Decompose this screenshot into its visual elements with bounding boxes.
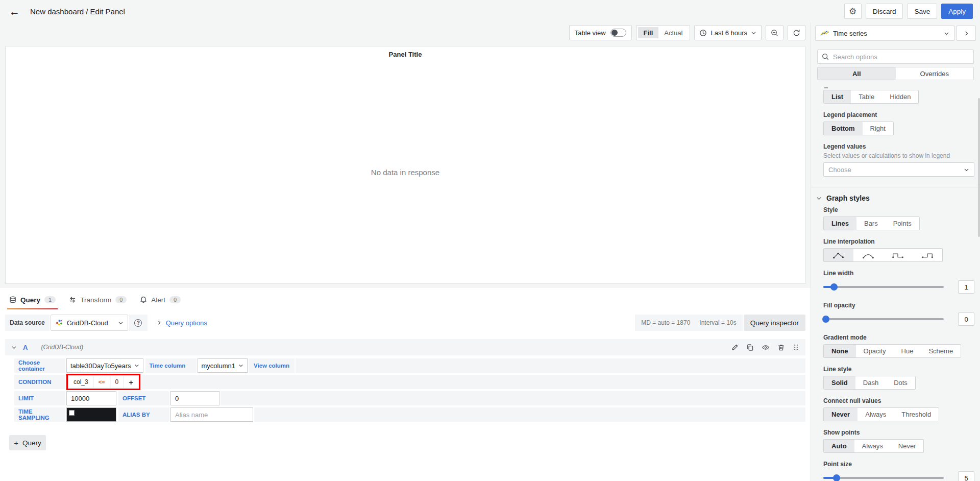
connect-null-group: Never Always Threshold bbox=[823, 407, 939, 421]
slider-thumb[interactable] bbox=[830, 283, 838, 291]
interpolation-step-before-icon[interactable] bbox=[883, 249, 913, 261]
time-sampling-checkbox[interactable] bbox=[69, 410, 75, 416]
point-size-value[interactable]: 5 bbox=[958, 471, 974, 481]
offset-label: OFFSET bbox=[118, 391, 169, 405]
page-header: ← New dashboard / Edit Panel ⚙ Discard S… bbox=[0, 0, 980, 22]
slider-thumb[interactable] bbox=[822, 316, 829, 323]
graph-styles-options: Style Lines Bars Points Line interpolati… bbox=[815, 202, 976, 481]
legend-mode-list[interactable]: List bbox=[824, 90, 851, 103]
line-interpolation-group bbox=[823, 248, 943, 262]
style-bars[interactable]: Bars bbox=[856, 217, 886, 230]
line-width-value[interactable]: 1 bbox=[958, 280, 974, 294]
legend-mode-table[interactable]: Table bbox=[851, 90, 882, 103]
style-points[interactable]: Points bbox=[886, 217, 919, 230]
line-style-dash[interactable]: Dash bbox=[855, 376, 886, 389]
back-arrow-icon[interactable]: ← bbox=[9, 6, 20, 17]
query-row-a: A (GridDB-Cloud) bbox=[5, 339, 805, 422]
zoom-out-button[interactable] bbox=[766, 25, 783, 40]
query-inspector-button[interactable]: Query inspector bbox=[744, 315, 805, 331]
duplicate-copy-icon[interactable] bbox=[746, 344, 754, 351]
page-title: New dashboard / Edit Panel bbox=[30, 7, 125, 16]
sidebar-scrollbar[interactable] bbox=[978, 98, 980, 237]
add-query-button[interactable]: + Query bbox=[9, 435, 46, 450]
condition-value-input[interactable]: 0 bbox=[111, 376, 124, 388]
apply-button[interactable]: Apply bbox=[941, 4, 973, 19]
line-style-dots[interactable]: Dots bbox=[886, 376, 915, 389]
show-points-never[interactable]: Never bbox=[891, 440, 924, 452]
chevron-down-icon[interactable] bbox=[11, 345, 17, 350]
discard-button[interactable]: Discard bbox=[866, 4, 903, 19]
gradient-none[interactable]: None bbox=[824, 345, 856, 357]
fill-opacity-slider[interactable] bbox=[823, 318, 944, 320]
point-size-slider[interactable] bbox=[823, 477, 944, 479]
container-dropdown[interactable]: table30DayTo5years bbox=[66, 358, 143, 373]
sampling-alias-row: TIME SAMPLING ALIAS BY bbox=[14, 407, 805, 422]
alias-input[interactable] bbox=[170, 407, 253, 422]
slider-thumb[interactable] bbox=[833, 474, 840, 481]
tab-alert[interactable]: Alert 0 bbox=[140, 292, 181, 307]
tab-overrides[interactable]: Overrides bbox=[896, 67, 974, 80]
tab-query[interactable]: Query 1 bbox=[9, 292, 56, 307]
chevron-down-icon bbox=[944, 31, 949, 36]
connect-null-threshold[interactable]: Threshold bbox=[894, 408, 939, 421]
time-range-picker[interactable]: Last 6 hours bbox=[694, 25, 762, 40]
viz-type-value: Time series bbox=[833, 30, 940, 37]
table-view-group: Table view bbox=[569, 25, 632, 40]
interpolation-step-after-icon[interactable] bbox=[913, 249, 942, 261]
datasource-picker[interactable]: GridDB-Cloud bbox=[51, 315, 128, 331]
show-points-auto[interactable]: Auto bbox=[824, 440, 854, 452]
refresh-button[interactable] bbox=[788, 25, 805, 40]
save-button[interactable]: Save bbox=[907, 4, 937, 19]
edit-pencil-icon[interactable] bbox=[731, 344, 739, 351]
time-column-value: mycolumn1 bbox=[202, 362, 235, 370]
table-view-toggle[interactable] bbox=[610, 29, 626, 37]
drag-handle-icon[interactable] bbox=[793, 344, 799, 351]
view-column-link[interactable]: View column bbox=[249, 358, 295, 373]
connect-null-never[interactable]: Never bbox=[824, 408, 857, 421]
collapse-sidebar-button[interactable] bbox=[957, 26, 976, 41]
chevron-down-icon bbox=[238, 363, 243, 368]
viz-toolbar: Table view Fill Actual Last 6 hours bbox=[0, 22, 811, 43]
gradient-hue[interactable]: Hue bbox=[894, 345, 921, 357]
limit-input[interactable] bbox=[66, 391, 116, 405]
eye-icon[interactable] bbox=[762, 344, 770, 351]
legend-mode-hidden[interactable]: Hidden bbox=[882, 90, 918, 103]
gradient-scheme[interactable]: Scheme bbox=[921, 345, 961, 357]
query-a-header[interactable]: A (GridDB-Cloud) bbox=[5, 339, 805, 355]
connect-null-always[interactable]: Always bbox=[857, 408, 894, 421]
fill-opacity-value[interactable]: 0 bbox=[958, 312, 974, 326]
interpolation-smooth-icon[interactable] bbox=[853, 249, 883, 261]
show-points-always[interactable]: Always bbox=[854, 440, 891, 452]
panel-settings-button[interactable]: ⚙ bbox=[844, 4, 862, 19]
legend-values-select[interactable]: Choose bbox=[823, 162, 974, 177]
tab-all[interactable]: All bbox=[818, 67, 896, 80]
actual-option[interactable]: Actual bbox=[658, 27, 688, 38]
options-search[interactable] bbox=[817, 50, 974, 64]
search-input[interactable] bbox=[832, 53, 969, 61]
graph-styles-header[interactable]: Graph styles bbox=[816, 194, 976, 202]
time-sampling-field[interactable] bbox=[66, 407, 116, 422]
interval-text: Interval = 10s bbox=[699, 319, 736, 326]
condition-operator-select[interactable]: <= bbox=[94, 376, 110, 388]
query-options-toggle[interactable]: Query options bbox=[157, 319, 207, 327]
line-width-slider[interactable] bbox=[823, 286, 944, 288]
datasource-bar: Data source GridDB-Cloud ? Query options bbox=[5, 315, 805, 331]
trash-icon[interactable] bbox=[777, 344, 785, 351]
add-condition-button[interactable]: + bbox=[124, 376, 138, 388]
time-column-dropdown[interactable]: mycolumn1 bbox=[198, 358, 248, 373]
no-data-message: No data in response bbox=[6, 168, 805, 177]
legend-placement-bottom[interactable]: Bottom bbox=[824, 122, 863, 135]
time-sampling-label: TIME SAMPLING bbox=[14, 407, 65, 422]
offset-input[interactable] bbox=[170, 391, 219, 405]
viz-type-picker[interactable]: Time series bbox=[815, 26, 954, 41]
gradient-opacity[interactable]: Opacity bbox=[856, 345, 894, 357]
style-lines[interactable]: Lines bbox=[824, 217, 856, 230]
datasource-label: Data source bbox=[5, 315, 50, 331]
line-style-solid[interactable]: Solid bbox=[824, 376, 855, 389]
tab-transform[interactable]: Transform 0 bbox=[69, 292, 127, 307]
interpolation-linear-icon[interactable] bbox=[824, 249, 853, 261]
legend-placement-right[interactable]: Right bbox=[863, 122, 893, 135]
fill-option[interactable]: Fill bbox=[638, 27, 659, 38]
condition-field-select[interactable]: col_3 bbox=[69, 376, 93, 388]
datasource-help-button[interactable]: ? bbox=[129, 315, 148, 331]
